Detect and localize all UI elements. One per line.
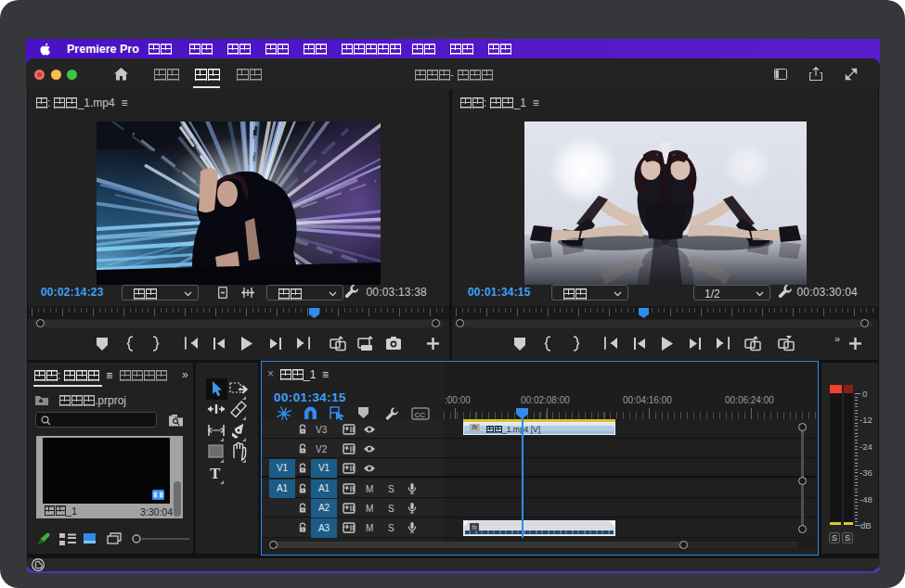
svg-text:S: S — [388, 504, 394, 514]
svg-text:M: M — [366, 523, 373, 533]
svg-text:T: T — [210, 465, 221, 482]
svg-text:CC: CC — [415, 411, 426, 419]
svg-text:M: M — [366, 504, 373, 514]
svg-text:V2: V2 — [316, 444, 328, 454]
svg-text:M: M — [366, 484, 373, 494]
svg-text:V3: V3 — [316, 425, 328, 435]
svg-text:S: S — [388, 523, 394, 533]
svg-text:S: S — [388, 484, 394, 494]
svg-text:»: » — [834, 333, 840, 344]
